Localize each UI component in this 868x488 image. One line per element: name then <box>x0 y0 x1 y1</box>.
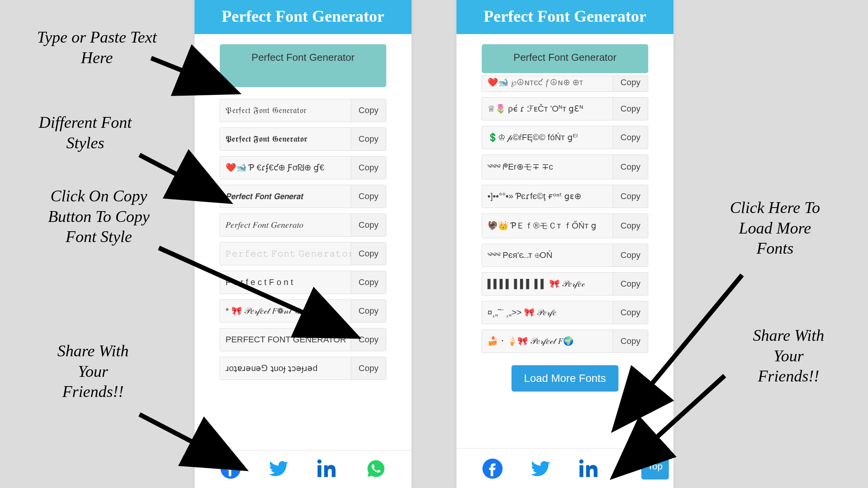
copy-button[interactable]: Copy <box>351 213 386 237</box>
copy-button[interactable]: Copy <box>613 97 648 120</box>
font-row: 𝕻𝖊𝖗𝖋𝖊𝖈𝖙 𝕱𝖔𝖓𝖙 𝕲𝖊𝖓𝖊𝖗𝖆𝖙𝖔𝖗Copy <box>220 127 386 151</box>
annotation-share-right: Share WithYourFriends!! <box>725 325 852 387</box>
copy-button[interactable]: Copy <box>351 357 386 380</box>
font-sample: 𝙿𝚎𝚛𝚏𝚎𝚌𝚝 𝙵𝚘𝚗𝚝 𝙶𝚎𝚗𝚎𝚛𝚊𝚝𝚘𝚛 <box>220 242 351 265</box>
copy-button[interactable]: Copy <box>351 299 386 323</box>
font-sample: 𝔓𝔢𝔯𝔣𝔢𝔠𝔱 𝔉𝔬𝔫𝔱 𝔊𝔢𝔫𝔢𝔯𝔞𝔱𝔬𝔯 <box>220 99 351 122</box>
font-sample: 𝙋𝙚𝙧𝙛𝙚𝙘𝙩 𝙁𝙤𝙣𝙩 𝙂𝙚𝙣𝙚𝙧𝙖𝙩 <box>220 185 351 208</box>
font-sample: ༄༄༄ Рєя'є⎵т ⊕OŃ <box>482 244 613 267</box>
font-sample: 🦃👑 ƤＥｆ®モＣт ｆŐŃт ց <box>482 213 613 238</box>
font-sample: ❤️🐋 Ƥ €ɾʄ€ƈ⊕ Ƒσ₪⊕ ɠ€ <box>220 156 351 179</box>
copy-button[interactable]: Copy <box>351 185 386 208</box>
facebook-icon[interactable] <box>482 459 503 480</box>
load-more-button[interactable]: Load More Fonts <box>512 365 618 392</box>
font-row: ༄༄༄ Рєя'є⎵т ⊕OŃCopy <box>482 244 648 267</box>
share-bar <box>456 448 673 488</box>
font-sample: * 🎀 𝒫𝑒𝓇𝒻𝑒𝒸𝓉 𝐹❁𝓃𝓉 𝒢𝑒𝓃 <box>220 299 351 323</box>
facebook-icon[interactable] <box>220 459 241 480</box>
whatsapp-icon[interactable] <box>366 459 386 480</box>
copy-button[interactable]: Copy <box>613 330 648 353</box>
font-row: * 🎀 𝒫𝑒𝓇𝒻𝑒𝒸𝓉 𝐹❁𝓃𝓉 𝒢𝑒𝓃Copy <box>220 299 386 323</box>
linkedin-icon[interactable] <box>579 459 599 480</box>
font-sample: 💲♔ 𝓅©ŕFĘ©© fóŃт ցᴱᴵ <box>482 126 613 149</box>
font-row: P e r f e c t F o n tCopy <box>220 271 386 294</box>
body-left: Perfect Font Generator 𝔓𝔢𝔯𝔣𝔢𝔠𝔱 𝔉𝔬𝔫𝔱 𝔊𝔢𝔫𝔢… <box>195 34 412 450</box>
copy-button[interactable]: Copy <box>351 99 386 122</box>
text-input[interactable]: Perfect Font Generator <box>220 44 386 87</box>
text-input[interactable]: Perfect Font Generator <box>482 44 648 73</box>
font-sample: 🍰 ･ 🍦🎀 𝒫𝑒𝓇𝒻𝑒𝒸𝓉 𝐹🌍 <box>482 330 613 353</box>
copy-button[interactable]: Copy <box>351 127 386 151</box>
copy-button[interactable]: Copy <box>613 272 648 296</box>
phone-right: Perfect Font Generator Perfect Font Gene… <box>456 0 673 488</box>
annotation-type-here: Type or Paste TextHere <box>12 27 182 68</box>
font-sample: ♕🌷 ρє́ ɾ ℱᴇČт 'Oᴺт ցƐᴺ <box>482 97 613 120</box>
font-sample: P e r f e c t F o n t <box>220 271 351 294</box>
annotation-load-more: Click Here ToLoad MoreFonts <box>709 198 841 259</box>
copy-button[interactable]: Copy <box>351 242 386 265</box>
twitter-icon[interactable] <box>531 459 551 480</box>
copy-button[interactable]: Copy <box>351 328 386 351</box>
share-bar <box>195 450 412 488</box>
font-row: ༄༄༄ ᖘEr⊕モ∓ ∓cCopy <box>482 155 648 179</box>
copy-button[interactable]: Copy <box>351 156 386 179</box>
font-row: ❤️🐋 Ƥ €ɾʄ€ƈ⊕ Ƒσ₪⊕ ɠ€Copy <box>220 156 386 179</box>
font-row: •]••°°•» Ƥєɾfє©ţ ғᵒⁿᵗ ցɛ⊕Copy <box>482 185 648 208</box>
copy-button[interactable]: Copy <box>613 126 648 149</box>
font-row: 🍰 ･ 🍦🎀 𝒫𝑒𝓇𝒻𝑒𝒸𝓉 𝐹🌍Copy <box>482 330 648 353</box>
font-sample: •]••°°•» Ƥєɾfє©ţ ғᵒⁿᵗ ցɛ⊕ <box>482 185 613 208</box>
body-right: Perfect Font Generator ❤️🐋 ℘☮ɴтєƈ ƒ☮ɴ⊕ ⊕… <box>456 34 673 448</box>
font-sample: ɹoʇɐɹǝuǝ⅁ ʇuoɟ ʇɔǝɟɹǝd <box>220 357 351 380</box>
copy-button[interactable]: Copy <box>613 301 648 324</box>
font-row: ¤¸„˜¨ ¸„>> 🎀 𝒫𝑒𝓇𝒻𝑒Copy <box>482 301 648 324</box>
copy-button[interactable]: Copy <box>613 244 648 267</box>
app-header: Perfect Font Generator <box>195 0 412 34</box>
font-row: ɹoʇɐɹǝuǝ⅁ ʇuoɟ ʇɔǝɟɹǝdCopy <box>220 357 386 380</box>
copy-button[interactable]: Copy <box>351 271 386 294</box>
font-sample: ¤¸„˜¨ ¸„>> 🎀 𝒫𝑒𝓇𝒻𝑒 <box>482 301 613 324</box>
app-header: Perfect Font Generator <box>456 0 673 34</box>
font-row: 💲♔ 𝓅©ŕFĘ©© fóŃт ցᴱᴵCopy <box>482 126 648 149</box>
font-row: ▌▌▌▌ ▌▌▌ ▌▌ 🎀 𝒫𝑒𝓇𝒻𝑒𝒸Copy <box>482 272 648 296</box>
font-sample: 𝑃𝑒𝑟𝑓𝑒𝑐𝑡 𝐹𝑜𝑛𝑡 𝐺𝑒𝑛𝑒𝑟𝑎𝑡𝑜 <box>220 213 351 237</box>
annotation-diff-styles: Different FontStyles <box>16 112 155 153</box>
font-sample: ༄༄༄ ᖘEr⊕モ∓ ∓c <box>482 155 613 179</box>
font-sample: ▌▌▌▌ ▌▌▌ ▌▌ 🎀 𝒫𝑒𝓇𝒻𝑒𝒸 <box>482 272 613 296</box>
font-row: 𝙋𝙚𝙧𝙛𝙚𝙘𝙩 𝙁𝙤𝙣𝙩 𝙂𝙚𝙣𝙚𝙧𝙖𝙩Copy <box>220 185 386 208</box>
phone-left: Perfect Font Generator Perfect Font Gene… <box>195 0 412 488</box>
copy-button[interactable]: Copy <box>613 213 648 238</box>
copy-button[interactable]: Copy <box>613 76 648 92</box>
font-sample: 𝕻𝖊𝖗𝖋𝖊𝖈𝖙 𝕱𝖔𝖓𝖙 𝕲𝖊𝖓𝖊𝖗𝖆𝖙𝖔𝖗 <box>220 127 351 151</box>
font-row: 🦃👑 ƤＥｆ®モＣт ｆŐŃт ցCopy <box>482 213 648 238</box>
copy-button[interactable]: Copy <box>613 185 648 208</box>
font-row: 𝔓𝔢𝔯𝔣𝔢𝔠𝔱 𝔉𝔬𝔫𝔱 𝔊𝔢𝔫𝔢𝔯𝔞𝔱𝔬𝔯Copy <box>220 99 386 122</box>
font-row: PERFECT FONT GENERATORCopy <box>220 328 386 351</box>
font-row: 𝙿𝚎𝚛𝚏𝚎𝚌𝚝 𝙵𝚘𝚗𝚝 𝙶𝚎𝚗𝚎𝚛𝚊𝚝𝚘𝚛Copy <box>220 242 386 265</box>
font-sample: PERFECT FONT GENERATOR <box>220 328 351 351</box>
copy-button[interactable]: Copy <box>613 155 648 179</box>
font-row: ♕🌷 ρє́ ɾ ℱᴇČт 'Oᴺт ցƐᴺCopy <box>482 97 648 120</box>
annotation-share-left: Share WithYourFriends!! <box>35 341 151 402</box>
linkedin-icon[interactable] <box>317 459 338 480</box>
annotation-click-copy: Click On CopyButton To CopyFont Style <box>27 186 170 247</box>
twitter-icon[interactable] <box>269 459 289 480</box>
font-sample: ❤️🐋 ℘☮ɴтєƈ ƒ☮ɴ⊕ ⊕т <box>482 76 613 92</box>
font-row: ❤️🐋 ℘☮ɴтєƈ ƒ☮ɴ⊕ ⊕тCopy <box>482 76 648 92</box>
font-row: 𝑃𝑒𝑟𝑓𝑒𝑐𝑡 𝐹𝑜𝑛𝑡 𝐺𝑒𝑛𝑒𝑟𝑎𝑡𝑜Copy <box>220 213 386 237</box>
